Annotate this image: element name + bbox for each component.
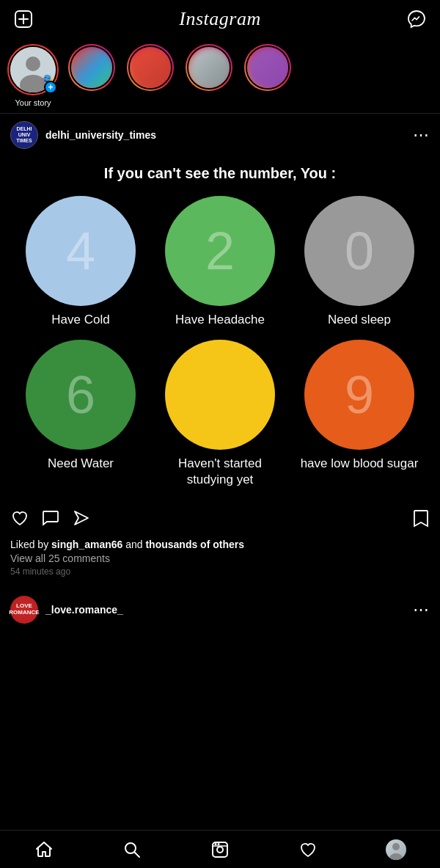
your-story-item[interactable]: 🎭 + Your story (7, 44, 59, 107)
add-story-button[interactable]: + (44, 81, 57, 94)
post-title: If you can't see the number, You : (7, 164, 433, 183)
like-button[interactable] (10, 508, 29, 533)
circle-label-water: Need Water (48, 456, 114, 472)
circle-label-study: Haven't started studying yet (154, 456, 286, 488)
post-header: DELHIUNIVTIMES delhi_university_times ⋯ (0, 114, 440, 156)
app-logo: Instagram (179, 8, 260, 30)
nav-home[interactable] (0, 831, 88, 868)
add-post-icon[interactable] (12, 7, 35, 31)
circle-study (165, 340, 275, 450)
next-post-username[interactable]: _love.romance_ (45, 604, 123, 616)
nav-activity[interactable] (264, 831, 352, 868)
circle-item-water: 6 Need Water (15, 340, 147, 488)
post-liked-text: Liked by singh_aman66 and thousands of o… (10, 539, 430, 550)
post-actions (0, 501, 440, 537)
circle-cold: 4 (26, 196, 136, 306)
top-navigation: Instagram (0, 0, 440, 38)
svg-point-13 (218, 843, 220, 845)
circle-item-cold: 4 Have Cold (15, 196, 147, 328)
svg-point-4 (26, 56, 40, 71)
post-time: 54 minutes ago (10, 566, 430, 577)
liked-user[interactable]: singh_aman66 (51, 539, 122, 550)
circle-sleep: 0 (304, 196, 414, 306)
next-post-header: LOVEROMANCE _love.romance_ ⋯ (0, 588, 440, 631)
post-meta: Liked by singh_aman66 and thousands of o… (0, 537, 440, 586)
svg-point-15 (389, 853, 403, 860)
nav-profile[interactable] (352, 831, 440, 868)
next-post-avatar[interactable]: LOVEROMANCE (10, 596, 38, 624)
circle-item-sleep: 0 Need sleep (293, 196, 425, 328)
post-more-options[interactable]: ⋯ (413, 125, 430, 145)
liked-others: thousands of others (145, 539, 244, 550)
circle-item-study: Haven't started studying yet (154, 340, 286, 488)
bookmark-button[interactable] (412, 509, 430, 533)
circle-item-headache: 2 Have Headache (154, 196, 286, 328)
nav-reels[interactable] (176, 831, 264, 868)
story-label-5 (266, 94, 268, 103)
svg-point-14 (392, 843, 400, 850)
circle-label-headache: Have Headache (175, 312, 265, 328)
story-item-3[interactable] (125, 44, 176, 107)
story-label-4 (208, 94, 210, 103)
share-button[interactable] (72, 508, 91, 533)
circle-label-sugar: have low blood sugar (301, 456, 419, 472)
story-label-3 (149, 94, 151, 103)
story-item-4[interactable] (183, 44, 235, 107)
messenger-icon[interactable] (405, 7, 428, 31)
svg-line-8 (135, 852, 140, 857)
view-comments-link[interactable]: View all 25 comments (10, 552, 430, 564)
your-story-label: Your story (15, 98, 51, 107)
svg-point-10 (217, 847, 223, 853)
circle-label-cold: Have Cold (51, 312, 109, 328)
story-item-5[interactable] (242, 44, 293, 107)
circles-grid: 4 Have Cold 2 Have Headache 0 Need sleep… (7, 196, 433, 495)
circle-sugar: 9 (304, 340, 414, 450)
circle-item-sugar: 9 have low blood sugar (293, 340, 425, 488)
stories-row: 🎭 + Your story (0, 38, 440, 114)
story-item-2[interactable] (66, 44, 117, 107)
next-post-more-options[interactable]: ⋯ (413, 600, 430, 619)
post-container: DELHIUNIVTIMES delhi_university_times ⋯ … (0, 114, 440, 586)
svg-point-12 (215, 843, 217, 845)
circle-label-sleep: Need sleep (328, 312, 391, 328)
post-avatar[interactable]: DELHIUNIVTIMES (10, 121, 38, 149)
circle-headache: 2 (165, 196, 275, 306)
bottom-navigation (0, 830, 440, 868)
comment-button[interactable] (41, 508, 60, 533)
post-image-area: If you can't see the number, You : 4 Hav… (0, 156, 440, 501)
story-label-2 (90, 94, 92, 103)
post-username[interactable]: delhi_university_times (45, 129, 156, 141)
nav-search[interactable] (88, 831, 176, 868)
circle-water: 6 (26, 340, 136, 450)
